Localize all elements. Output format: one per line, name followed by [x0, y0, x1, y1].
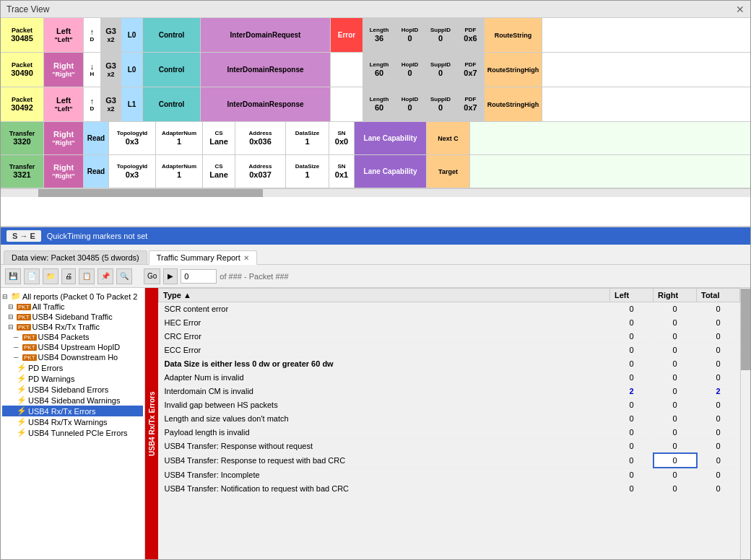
- table-row[interactable]: SCR content error000: [159, 302, 740, 316]
- pkt-badge-sideband: PKT: [17, 314, 31, 320]
- tab-data-view-label: Data view: Packet 30485 (5 dwords): [12, 253, 139, 262]
- protocol-2: Control: [143, 53, 201, 87]
- tree-item-all-reports[interactable]: ⊟ 📁 All reports (Packet 0 To Packet 2: [2, 291, 143, 302]
- tree-item-rxtx-traffic[interactable]: ⊟ PKT USB4 Rx/Tx Traffic: [2, 322, 143, 332]
- table-row[interactable]: Length and size values don't match000: [159, 412, 740, 426]
- filter-btn[interactable]: 🔍: [116, 268, 132, 284]
- col-right[interactable]: Right: [654, 289, 697, 302]
- tree-item-downstream-ho[interactable]: ─ PKT USB4 Downstream Ho: [2, 352, 143, 362]
- new-btn[interactable]: 📄: [24, 268, 40, 284]
- tree-item-rxtx-errors[interactable]: ⚡ USB4 Rx/Tx Errors: [2, 406, 143, 416]
- pkt-badge-downstream: PKT: [22, 354, 37, 361]
- table-row[interactable]: USB4 Transfer: Response without request0…: [159, 439, 740, 454]
- pkt-badge-rxtx: PKT: [17, 324, 31, 331]
- print-btn[interactable]: 🖨: [61, 268, 76, 284]
- tree-item-sideband-warnings[interactable]: ⚡ USB4 Sideband Warnings: [2, 395, 143, 406]
- cell-right: 0: [654, 426, 697, 439]
- transfer-row-2[interactable]: Transfer 3321 Right "Right" Read Topolog…: [1, 155, 750, 188]
- tab-data-view[interactable]: Data view: Packet 30485 (5 dwords): [4, 250, 147, 264]
- direction-right-2: Right "Right": [44, 53, 84, 87]
- col-total[interactable]: Total: [697, 289, 740, 302]
- table-row[interactable]: ECC Error000: [159, 344, 740, 357]
- paste-btn[interactable]: 📌: [97, 268, 113, 284]
- protocol-3: Control: [143, 87, 201, 121]
- open-btn[interactable]: 📁: [43, 268, 58, 284]
- table-row[interactable]: Interdomain CM is invalid202: [159, 385, 740, 398]
- tree-item-upstream-hopid[interactable]: ─ PKT USB4 Upstream HopID: [2, 342, 143, 352]
- packet-number-input[interactable]: [181, 269, 217, 284]
- capability-1: Lane Capability: [355, 122, 427, 154]
- cell-left: 2: [610, 385, 654, 398]
- cell-right: 0: [654, 330, 697, 344]
- msg-1: InterDomainRequest: [201, 18, 331, 52]
- transfer-row-1[interactable]: Transfer 3320 Right "Right" Read Topolog…: [1, 122, 750, 155]
- save-icon-btn[interactable]: 💾: [5, 268, 21, 284]
- table-row[interactable]: USB4 Transfer: Response to request with …: [159, 453, 740, 468]
- tree-panel: ⊟ 📁 All reports (Packet 0 To Packet 2 ⊟ …: [1, 288, 145, 559]
- expand-usb4-packets-icon: ─: [14, 333, 21, 341]
- tree-label-tunneled-pcie: USB4 Tunneled PCIe Errors: [28, 429, 128, 437]
- tree-item-rxtx-warnings[interactable]: ⚡ USB4 Rx/Tx Warnings: [2, 416, 143, 427]
- cs-2: CS Lane: [203, 155, 235, 188]
- tree-label-rxtx-errors: USB4 Rx/Tx Errors: [28, 407, 96, 416]
- v-scrollbar-thumb[interactable]: [741, 289, 750, 370]
- cell-left: 0: [610, 439, 654, 454]
- trace-row-3[interactable]: Packet 30492 Left "Left" ↑ D G3 x2 L1 Co…: [1, 87, 750, 122]
- rxtx-errors-icon: ⚡: [17, 406, 27, 416]
- cell-type: CRC Error: [159, 330, 610, 344]
- transfer-label-1: Transfer 3320: [1, 122, 44, 154]
- go-button[interactable]: Go: [144, 268, 160, 284]
- next-1: Next C: [427, 122, 470, 154]
- table-row[interactable]: HEC Error000: [159, 316, 740, 330]
- adapternum-2: AdapterNum 1: [156, 155, 203, 188]
- table-row[interactable]: USB4 Transfer: Incomplete000: [159, 468, 740, 482]
- tab-traffic-summary[interactable]: Traffic Summary Report ✕: [149, 250, 257, 265]
- cell-right: 0: [654, 453, 697, 468]
- tree-item-pd-errors[interactable]: ⚡ PD Errors: [2, 362, 143, 373]
- cell-total: 2: [697, 385, 740, 398]
- cell-left: 0: [610, 468, 654, 482]
- close-button[interactable]: ✕: [736, 4, 745, 15]
- l1-3: L1: [121, 87, 143, 121]
- packet-label-2: Packet 30490: [1, 53, 44, 87]
- nav-button[interactable]: ▶: [163, 268, 178, 284]
- topoid-2: TopologyId 0x3: [109, 155, 156, 188]
- tree-label-downstream: USB4 Downstream Ho: [38, 353, 118, 362]
- cell-type: Data Size is either less 0 dw or greater…: [159, 357, 610, 371]
- address-1: Address 0x036: [235, 122, 286, 154]
- pdf-3: PDF 0x7: [457, 87, 485, 121]
- trace-h-scrollbar[interactable]: [1, 188, 750, 197]
- cell-total: 0: [697, 426, 740, 439]
- pkt-badge-all-traffic: PKT: [17, 304, 31, 310]
- v-scrollbar[interactable]: [740, 288, 750, 559]
- direction-left-1: Left "Left": [44, 18, 84, 52]
- table-row[interactable]: Data Size is either less 0 dw or greater…: [159, 357, 740, 371]
- tree-item-sideband[interactable]: ⊟ PKT USB4 Sideband Traffic: [2, 312, 143, 322]
- hopid-3: HopID 0: [396, 87, 425, 121]
- trace-row-2[interactable]: Packet 30490 Right "Right" ↓ H G3 x2 L0 …: [1, 53, 750, 87]
- packet-label-1: Packet 30485: [1, 18, 44, 52]
- tree-item-usb4-packets[interactable]: ─ PKT USB4 Packets: [2, 332, 143, 342]
- cell-total: 0: [697, 302, 740, 316]
- tree-label-sideband: USB4 Sideband Traffic: [32, 312, 113, 321]
- trace-row-1[interactable]: Packet 30485 Left "Left" ↑ D G3 x2 L0 Co…: [1, 18, 750, 53]
- tree-item-tunneled-pcie[interactable]: ⚡ USB4 Tunneled PCIe Errors: [2, 427, 143, 438]
- cell-type: USB4 Transfer: Response without request: [159, 439, 610, 454]
- cell-total: 0: [697, 453, 740, 468]
- cell-left: 0: [610, 357, 654, 371]
- tree-item-sideband-errors[interactable]: ⚡ USB4 Sideband Errors: [2, 384, 143, 395]
- table-row[interactable]: Adapter Num is invalid000: [159, 371, 740, 385]
- transfer-dir-1: Right "Right": [44, 122, 84, 154]
- col-left[interactable]: Left: [610, 289, 654, 302]
- table-row[interactable]: Payload length is invalid000: [159, 426, 740, 439]
- table-row[interactable]: Invalid gap between HS packets000: [159, 398, 740, 412]
- table-row[interactable]: CRC Error000: [159, 330, 740, 344]
- tab-close-icon[interactable]: ✕: [243, 254, 249, 262]
- col-type[interactable]: Type ▲: [159, 289, 610, 302]
- table-row[interactable]: USB4 Transfer: Notification to request w…: [159, 482, 740, 496]
- cs-1: CS Lane: [203, 122, 235, 154]
- copy-btn[interactable]: 📋: [79, 268, 95, 284]
- h-scrollbar-thumb[interactable]: [38, 189, 263, 197]
- tree-item-all-traffic[interactable]: ⊟ PKT All Traffic: [2, 302, 143, 312]
- tree-item-pd-warnings[interactable]: ⚡ PD Warnings: [2, 373, 143, 384]
